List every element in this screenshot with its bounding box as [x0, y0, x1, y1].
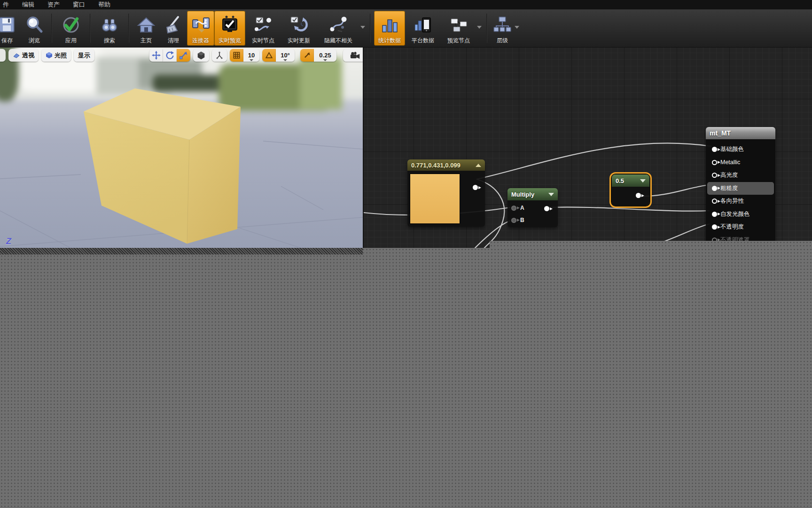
- roughness-pin[interactable]: [712, 186, 717, 191]
- menu-edit[interactable]: 编辑: [16, 0, 41, 9]
- color-node-body: [407, 171, 485, 227]
- basecolor-pin[interactable]: [712, 147, 717, 152]
- scale-snap-value[interactable]: 0.25: [314, 49, 336, 62]
- chevron-down-icon[interactable]: [640, 179, 646, 183]
- material-pin-anisotropy[interactable]: 各向异性: [707, 195, 774, 208]
- save-icon: [0, 15, 17, 35]
- move-tool-button[interactable]: [149, 49, 163, 62]
- home-button[interactable]: 主页: [133, 11, 160, 46]
- menu-bar: 件 编辑 资产 窗口 帮助: [0, 0, 812, 9]
- color-node-titlebar[interactable]: 0.771,0.431,0.099: [407, 159, 485, 171]
- chevron-down-icon[interactable]: [548, 193, 554, 196]
- constant-output-pin[interactable]: [636, 193, 641, 198]
- anisotropy-pin[interactable]: [712, 198, 717, 204]
- grid-snap-value[interactable]: 10: [243, 49, 259, 62]
- chevron-down-icon[interactable]: [515, 26, 519, 29]
- metallic-pin[interactable]: [712, 160, 717, 165]
- material-node-titlebar[interactable]: mt_MT: [706, 127, 775, 139]
- live-update-button[interactable]: 实时更新: [281, 11, 317, 46]
- multiply-node[interactable]: Multiply A B: [508, 188, 558, 227]
- live-nodes-icon: [253, 15, 273, 35]
- camera-speed-button[interactable]: 4: [343, 49, 363, 62]
- opacity-pin[interactable]: [712, 224, 717, 230]
- hide-unrelated-icon: [328, 15, 349, 35]
- viewport-options-button[interactable]: [0, 49, 6, 62]
- hide-unrelated-button[interactable]: 隐藏不相关: [317, 11, 360, 46]
- multiply-input-a-label: A: [520, 205, 524, 211]
- multiply-input-b-pin[interactable]: [511, 218, 516, 223]
- live-preview-label: 实时预览: [219, 37, 241, 45]
- viewport-bottom-dither: [0, 248, 363, 254]
- menu-file[interactable]: 件: [0, 0, 16, 9]
- multiply-input-b-label: B: [520, 217, 524, 223]
- screen: 件 编辑 资产 窗口 帮助 保存: [0, 0, 812, 508]
- show-button[interactable]: 显示: [74, 49, 94, 62]
- color-output-pin[interactable]: [473, 185, 478, 190]
- hierarchy-button[interactable]: 层级: [491, 11, 514, 46]
- material-pin-metallic[interactable]: Metallic: [707, 156, 774, 169]
- constant-node-selected[interactable]: 0.5: [612, 175, 649, 206]
- grid-snap-size: 10: [248, 52, 255, 59]
- material-pin-basecolor[interactable]: 基础颜色: [707, 143, 774, 156]
- chevron-down-icon[interactable]: [360, 26, 365, 29]
- apply-icon: [61, 15, 81, 35]
- color-node-title: 0.771,0.431,0.099: [411, 162, 461, 169]
- scale-tool-button[interactable]: [177, 49, 190, 62]
- specular-pin[interactable]: [712, 173, 717, 178]
- live-update-icon: [289, 15, 309, 35]
- color-constant-node[interactable]: 0.771,0.431,0.099: [407, 159, 485, 227]
- save-button[interactable]: 保存: [0, 11, 21, 46]
- color-swatch[interactable]: [410, 174, 460, 223]
- lit-mode-button[interactable]: 光照: [41, 49, 71, 62]
- material-pin-specular[interactable]: 高光度: [707, 169, 774, 182]
- menu-window[interactable]: 窗口: [66, 0, 92, 9]
- multiply-node-titlebar[interactable]: Multiply: [508, 188, 558, 200]
- angle-snap-toggle[interactable]: [262, 49, 276, 62]
- viewport-scene: [0, 48, 363, 248]
- angle-snap-value[interactable]: 10°: [276, 49, 295, 62]
- grid-snap-toggle[interactable]: [230, 49, 243, 62]
- constant-node-titlebar[interactable]: 0.5: [612, 175, 649, 187]
- material-pin-opacity[interactable]: 不透明度: [707, 221, 774, 234]
- scale-snap-toggle[interactable]: [300, 49, 314, 62]
- material-output-node[interactable]: mt_MT 基础颜色 Metallic 高光度: [706, 127, 775, 248]
- multiply-input-b-row[interactable]: B: [508, 214, 558, 226]
- perspective-icon: [13, 53, 20, 58]
- live-nodes-label: 实时节点: [252, 37, 274, 45]
- multiply-output-pin[interactable]: [544, 206, 549, 211]
- perspective-button[interactable]: 透视: [8, 49, 39, 62]
- multiply-input-a-pin[interactable]: [511, 206, 516, 211]
- coordinate-system-button[interactable]: [193, 49, 209, 62]
- menu-asset[interactable]: 资产: [41, 0, 66, 9]
- browse-button[interactable]: 浏览: [21, 11, 48, 46]
- apply-button[interactable]: 应用: [55, 11, 86, 46]
- platform-stats-button[interactable]: 平台数据: [405, 11, 441, 46]
- hierarchy-icon: [492, 15, 513, 35]
- editor-window: 件 编辑 资产 窗口 帮助 保存: [0, 0, 812, 248]
- connectors-button[interactable]: 连接器: [187, 11, 214, 46]
- stats-icon: [379, 15, 400, 35]
- chevron-down-icon[interactable]: [477, 26, 482, 29]
- material-node-title: mt_MT: [710, 129, 731, 137]
- menu-help[interactable]: 帮助: [92, 0, 117, 9]
- hierarchy-label: 层级: [497, 37, 508, 45]
- emissive-pin[interactable]: [712, 212, 717, 217]
- clean-button[interactable]: 清理: [160, 11, 187, 46]
- chevron-down-icon: [323, 59, 327, 61]
- clean-label: 清理: [168, 37, 179, 45]
- material-graph[interactable]: 0.771,0.431,0.099 Multiply A: [363, 48, 812, 248]
- opacity-label: 不透明度: [720, 223, 744, 231]
- live-nodes-button[interactable]: 实时节点: [245, 11, 281, 46]
- graph-widget-button[interactable]: [212, 49, 227, 62]
- stats-button[interactable]: 统计数据: [374, 11, 405, 46]
- preview-nodes-button[interactable]: 预览节点: [441, 11, 476, 46]
- rotate-tool-button[interactable]: [163, 49, 177, 62]
- material-pin-roughness[interactable]: 粗糙度: [707, 182, 774, 195]
- collapse-up-icon[interactable]: [476, 164, 481, 167]
- gray-filler-step: [490, 241, 812, 248]
- show-label: 显示: [78, 51, 90, 60]
- viewport-3d[interactable]: 透视 光照 显示: [0, 48, 363, 248]
- search-button[interactable]: 搜索: [94, 11, 125, 46]
- material-pin-emissive[interactable]: 自发光颜色: [707, 208, 774, 221]
- live-preview-button[interactable]: 实时预览: [214, 11, 245, 46]
